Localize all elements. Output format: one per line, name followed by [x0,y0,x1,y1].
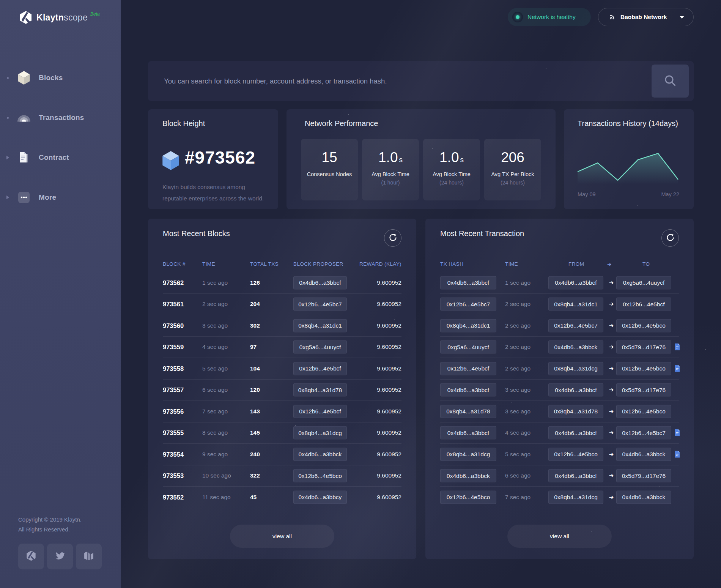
block-proposer-link[interactable]: 0x12b6...4e5bcf [293,405,347,418]
tx-from-link[interactable]: 0x12b6...4e5bco [548,448,603,461]
tx-to-link[interactable]: 0x5d79...d17e76 [616,383,671,397]
block-time: 7 sec ago [202,408,228,415]
social-twitter-button[interactable] [47,544,73,569]
tx-to-link[interactable]: 0x5d79...d17e76 [616,469,671,482]
tx-from-link[interactable]: 0x4db6...a3bbcf [548,383,603,397]
tx-to-link[interactable]: 0x12b6...4e5bcf [616,298,671,311]
view-all-blocks-button[interactable]: view all [230,525,334,548]
block-number-link[interactable]: 973561 [163,301,184,308]
block-number-link[interactable]: 973555 [163,429,184,437]
tx-to-link[interactable]: 0x12b6...4e5bco [616,362,671,375]
tx-to-link[interactable]: 0x4db6...a3bbck [616,490,671,504]
tx-hash-link[interactable]: 0x8qb4...a31d78 [440,405,496,418]
tx-to-link[interactable]: 0xg5a6...4uuycf [616,276,671,289]
block-number-link[interactable]: 973557 [163,386,184,394]
block-proposer-link[interactable]: 0x12b6...4e5bcf [293,362,347,375]
social-klaytn-button[interactable] [18,544,44,569]
block-number-link[interactable]: 973556 [163,408,184,415]
arrow-right-icon: ➔ [606,429,617,436]
tx-from-link[interactable]: 0x4db6...a3bbck [548,341,603,354]
arrow-right-icon: ➔ [606,365,617,372]
refresh-transactions-button[interactable] [661,229,679,247]
medium-icon [84,551,94,562]
tx-to-link[interactable]: 0x12b6...4e5bco [616,405,671,418]
tx-to-link[interactable]: 0x12b6...4e5bc7 [616,426,671,440]
block-proposer-link[interactable]: 0xg5a6...4uuycf [293,341,347,354]
tx-time: 3 sec ago [505,408,531,415]
sidebar-item-label: More [39,193,56,202]
tx-from-link[interactable]: 0x8qb4...a31d78 [548,405,603,418]
tx-time: 4 sec ago [505,429,531,436]
block-reward: 9.600952 [377,386,401,393]
tx-from-link[interactable]: 0x4db6...a3bbcf [548,469,603,482]
tx-from-link[interactable]: 0x12b6...4e5bc7 [548,319,603,332]
tx-to-link[interactable]: 0x4db6...a3bbck [616,448,671,461]
tx-hash-link[interactable]: 0x8qb4...a31dcg [440,448,496,461]
tx-hash-link[interactable]: 0x12b6...4e5bc7 [440,298,496,311]
block-proposer-link[interactable]: 0x12b6...4e5bc7 [293,298,347,311]
block-row: 97355310 sec ago3220x12b6...4e5bco9.6009… [163,465,401,487]
stat-sublabel: (24 hours) [423,180,480,186]
search-input[interactable] [148,61,694,101]
stat-sublabel: (1 hour) [362,180,419,186]
tx-from-link[interactable]: 0x8qb4...a31dcg [548,490,603,504]
block-row: 9735603 sec ago3020x8qb4...a31dc19.60095… [163,315,401,337]
view-all-transactions-button[interactable]: view all [507,525,612,548]
tx-hash-link[interactable]: 0x4db6...a3bbcf [440,276,496,289]
block-proposer-link[interactable]: 0x8qb4...a31dcg [293,426,347,440]
block-number-link[interactable]: 973554 [163,451,184,458]
block-number-link[interactable]: 973552 [163,493,184,501]
block-proposer-link[interactable]: 0x4db6...a3bbcf [293,276,347,289]
tx-time: 2 sec ago [505,301,531,307]
block-row: 9735549 sec ago2400x4db6...a3bbck9.60095… [163,444,401,465]
block-number-link[interactable]: 973553 [163,472,184,479]
network-selector[interactable]: Baobab Network [598,8,694,26]
social-medium-button[interactable] [76,544,102,569]
block-number-link[interactable]: 973559 [163,344,184,351]
tx-hash-link[interactable]: 0x4db6...a3bbcf [440,383,496,397]
search-button[interactable] [652,65,689,98]
refresh-blocks-button[interactable] [384,229,401,247]
block-total-txs: 143 [250,408,260,415]
sidebar-item-transactions[interactable]: Transactions [0,109,121,126]
block-proposer-link[interactable]: 0x4db6...a3bbck [293,448,347,461]
transaction-row: 0x4db6...a3bbcf1 sec ago0x4db6...a3bbcf➔… [440,272,679,294]
caret-down-icon [680,16,684,19]
tx-from-link[interactable]: 0x4db6...a3bbcf [548,276,603,289]
search-icon [664,74,677,88]
block-time: 4 sec ago [202,344,228,350]
block-total-txs: 302 [250,322,260,329]
block-proposer-link[interactable]: 0x8qb4...a31dc1 [293,319,347,332]
tx-to-link[interactable]: 0x12b6...4e5bco [616,319,671,332]
block-proposer-link[interactable]: 0x8qb4...a31d78 [293,383,347,397]
stat-sublabel: (24 hours) [484,180,541,186]
sidebar-item-contract[interactable]: Contract [0,149,121,166]
tx-hash-link[interactable]: 0x4db6...a3bbcf [440,426,496,440]
sidebar-item-more[interactable]: More [0,189,121,206]
tx-to-link[interactable]: 0x5d79...d17e76 [616,341,671,354]
brand-name: Klaytnscope [36,11,88,24]
tx-from-link[interactable]: 0x8qb4...a31dc1 [548,298,603,311]
tx-from-link[interactable]: 0x8qb4...a31dcg [548,362,603,375]
recent-blocks-title: Most Recent Blocks [163,229,230,238]
tx-from-link[interactable]: 0x4db6...a3bbcf [548,426,603,440]
tx-hash-link[interactable]: 0x8qb4...a31dc1 [440,319,496,332]
block-number-link[interactable]: 973562 [163,279,184,286]
block-height-value[interactable]: #973562 [185,147,255,168]
block-proposer-link[interactable]: 0x4db6...a3bbcy [293,490,347,504]
tx-hash-link[interactable]: 0xg5a6...4uuycf [440,341,496,354]
arrow-right-icon: ➔ [606,279,617,286]
tx-hash-link[interactable]: 0x4db6...a3bbck [440,469,496,482]
block-number-link[interactable]: 973558 [163,365,184,372]
block-proposer-link[interactable]: 0x12b6...4e5bco [293,469,347,482]
block-number-link[interactable]: 973560 [163,322,184,329]
tx-hash-link[interactable]: 0x12b6...4e5bco [440,490,496,504]
klaytnscope-logo[interactable]: Klaytnscope Beta [19,11,100,24]
stat-value: 1.0s [423,150,480,166]
tx-hash-link[interactable]: 0x12b6...4e5bcf [440,362,496,375]
block-height-title: Block Height [162,119,205,128]
klaytn-icon [25,550,37,563]
refresh-icon [389,233,397,243]
chevron-marker [0,156,15,159]
sidebar-item-blocks[interactable]: Blocks [0,69,121,86]
